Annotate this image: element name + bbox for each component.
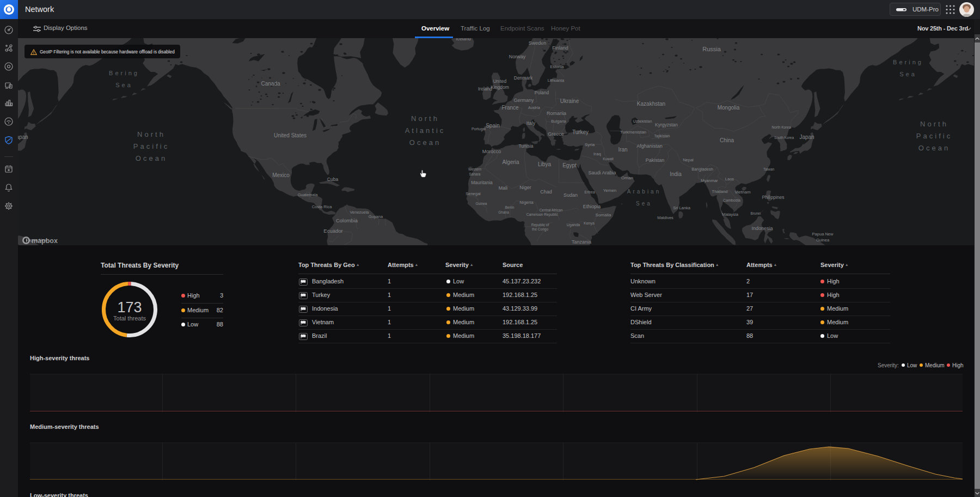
svg-text:Costa Rica: Costa Rica bbox=[312, 204, 333, 209]
svg-text:Iceland: Iceland bbox=[456, 38, 471, 41]
svg-text:Spain: Spain bbox=[486, 123, 500, 129]
svg-text:Denmark: Denmark bbox=[514, 75, 533, 81]
svg-text:Romania: Romania bbox=[547, 111, 566, 116]
svg-text:Kyrgyzstan: Kyrgyzstan bbox=[655, 122, 678, 128]
svg-text:Norway: Norway bbox=[509, 54, 526, 59]
svg-text:Atlantic: Atlantic bbox=[405, 126, 446, 135]
svg-text:Bangladesh: Bangladesh bbox=[691, 167, 713, 172]
svg-text:Guinea: Guinea bbox=[476, 202, 487, 205]
svg-text:Kenya: Kenya bbox=[584, 221, 595, 226]
svg-text:Japan: Japan bbox=[799, 134, 814, 140]
svg-text:Thailand: Thailand bbox=[712, 189, 728, 194]
svg-text:Bering: Bering bbox=[109, 70, 139, 76]
svg-text:the Congo: the Congo bbox=[532, 227, 548, 232]
svg-text:Chad: Chad bbox=[540, 189, 552, 195]
svg-text:Bering: Bering bbox=[893, 59, 923, 65]
svg-text:Republic: Republic bbox=[544, 213, 558, 217]
svg-text:Tanzania: Tanzania bbox=[572, 239, 591, 245]
svg-text:Malaysia: Malaysia bbox=[722, 212, 738, 217]
svg-text:Guyana: Guyana bbox=[369, 214, 383, 219]
svg-text:Papua New: Papua New bbox=[812, 232, 834, 237]
svg-text:Mauritania: Mauritania bbox=[471, 180, 493, 185]
svg-text:United: United bbox=[493, 78, 507, 84]
svg-text:Somalia: Somalia bbox=[596, 213, 611, 217]
svg-text:Pacific: Pacific bbox=[916, 132, 952, 140]
svg-text:North: North bbox=[411, 114, 439, 123]
svg-text:Mongolia: Mongolia bbox=[718, 105, 740, 111]
svg-text:Algeria: Algeria bbox=[502, 159, 519, 165]
svg-text:North Korea: North Korea bbox=[771, 125, 791, 129]
svg-text:Ukraine: Ukraine bbox=[560, 98, 579, 104]
svg-text:mapbox: mapbox bbox=[32, 237, 58, 245]
svg-text:Colombia: Colombia bbox=[336, 217, 358, 223]
svg-text:Kingdom: Kingdom bbox=[491, 84, 509, 90]
svg-text:Canada: Canada bbox=[261, 81, 280, 87]
svg-text:Guinea: Guinea bbox=[816, 238, 830, 243]
svg-text:Niger: Niger bbox=[519, 185, 531, 190]
svg-text:Vietnam: Vietnam bbox=[734, 190, 751, 195]
svg-text:Eritrea: Eritrea bbox=[584, 190, 595, 194]
svg-text:Portugal: Portugal bbox=[471, 127, 486, 131]
svg-text:Turkey: Turkey bbox=[572, 129, 589, 135]
svg-text:Oman: Oman bbox=[621, 175, 633, 180]
svg-text:Laos: Laos bbox=[725, 177, 734, 181]
svg-text:Tajikistan: Tajikistan bbox=[654, 134, 670, 138]
svg-text:Cambodia: Cambodia bbox=[723, 198, 740, 202]
svg-text:Brunei: Brunei bbox=[751, 211, 761, 215]
svg-text:Pacific: Pacific bbox=[133, 142, 169, 150]
svg-text:Sea: Sea bbox=[899, 71, 917, 77]
svg-text:China: China bbox=[720, 137, 734, 143]
svg-text:Sweden: Sweden bbox=[529, 40, 547, 46]
svg-text:Pakistan: Pakistan bbox=[646, 157, 665, 163]
svg-text:France: France bbox=[501, 105, 519, 111]
svg-text:Uzbekistan: Uzbekistan bbox=[633, 119, 652, 123]
svg-text:Turkmenistan: Turkmenistan bbox=[620, 130, 646, 135]
svg-text:Bulgaria: Bulgaria bbox=[551, 119, 566, 124]
svg-text:Nigeria: Nigeria bbox=[519, 200, 534, 205]
svg-text:Western: Western bbox=[468, 167, 481, 171]
svg-text:Poland: Poland bbox=[535, 90, 549, 95]
svg-text:Arabian: Arabian bbox=[627, 189, 661, 195]
svg-text:Guatemala: Guatemala bbox=[298, 192, 318, 197]
svg-text:Sahara: Sahara bbox=[469, 172, 481, 176]
svg-text:Austria: Austria bbox=[528, 106, 540, 110]
svg-text:Italy: Italy bbox=[526, 120, 536, 126]
svg-text:Sea: Sea bbox=[636, 201, 652, 207]
svg-text:Morocco: Morocco bbox=[482, 149, 501, 154]
svg-text:Kazakhstan: Kazakhstan bbox=[637, 101, 665, 107]
svg-text:Russia: Russia bbox=[702, 46, 721, 52]
svg-text:Finland: Finland bbox=[552, 45, 568, 51]
svg-text:Ecuador: Ecuador bbox=[323, 228, 342, 234]
svg-text:Greece: Greece bbox=[548, 131, 564, 137]
svg-text:Iraq: Iraq bbox=[593, 151, 601, 156]
svg-text:Germany: Germany bbox=[513, 98, 534, 103]
svg-text:Central African: Central African bbox=[540, 208, 563, 212]
svg-text:Tunisia: Tunisia bbox=[518, 143, 533, 149]
svg-text:Sri Lanka: Sri Lanka bbox=[673, 205, 691, 210]
svg-text:Myanmar: Myanmar bbox=[701, 178, 718, 183]
svg-text:Yemen: Yemen bbox=[603, 188, 617, 193]
svg-text:Benin: Benin bbox=[505, 205, 514, 209]
svg-text:United States: United States bbox=[274, 132, 307, 138]
svg-text:Venezuela: Venezuela bbox=[350, 210, 369, 215]
svg-text:Republic of: Republic of bbox=[531, 223, 549, 227]
svg-text:Ireland: Ireland bbox=[478, 86, 492, 92]
svg-text:Uganda: Uganda bbox=[567, 223, 580, 227]
svg-text:Egypt: Egypt bbox=[562, 162, 577, 168]
svg-text:Afghanistan: Afghanistan bbox=[636, 143, 663, 149]
svg-text:Nepal: Nepal bbox=[683, 157, 694, 162]
svg-text:Sudan: Sudan bbox=[564, 192, 578, 198]
svg-text:Taiwan: Taiwan bbox=[763, 167, 775, 171]
svg-text:North: North bbox=[920, 120, 948, 128]
svg-text:Mexico: Mexico bbox=[272, 172, 290, 178]
svg-text:Cameroon: Cameroon bbox=[526, 213, 543, 216]
svg-text:Philippines: Philippines bbox=[762, 195, 784, 200]
svg-text:Estonia: Estonia bbox=[550, 64, 564, 69]
svg-text:North: North bbox=[137, 130, 166, 138]
svg-text:Ocean: Ocean bbox=[409, 138, 441, 147]
svg-text:Japan: Japan bbox=[18, 134, 28, 140]
svg-text:Ghana: Ghana bbox=[498, 210, 509, 214]
svg-text:Maldives: Maldives bbox=[657, 215, 673, 220]
svg-text:Libya: Libya bbox=[538, 161, 551, 167]
svg-text:Sea: Sea bbox=[115, 82, 133, 88]
